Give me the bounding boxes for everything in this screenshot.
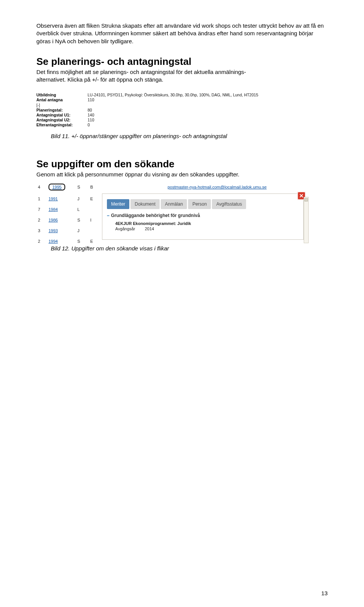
tab-meriter[interactable]: Meriter: [107, 199, 129, 209]
tabs: Meriter Dokument Anmälan Person Avgiftss…: [107, 199, 300, 209]
tab-anmalan[interactable]: Anmälan: [161, 199, 187, 209]
col-pnr[interactable]: 1986: [49, 218, 58, 222]
applicant-panel: ✕ Meriter Dokument Anmälan Person Avgift…: [102, 193, 304, 240]
panel-section-heading: –Grundläggande behörighet för grundnivå: [107, 213, 300, 218]
value-planeringstal: 80: [88, 108, 92, 113]
label-antag-u1: Antagningstal U1:: [36, 113, 88, 118]
screenshot-planering: Utbildning LU-24101, PSYD11, Psykologi: …: [36, 93, 328, 127]
label-utbildning: Utbildning: [36, 93, 88, 97]
table-row[interactable]: 71984L: [36, 204, 105, 215]
label-planeringstal: Planeringstal:: [36, 108, 88, 113]
col-pnr[interactable]: 1993: [49, 228, 58, 233]
label-antag-u2: Antagningstal U2:: [36, 118, 88, 123]
screenshot-sokande: 4 1995 S B postmaster-nya-hotmail.com@lo…: [36, 182, 309, 240]
value-efterantag: 0: [88, 123, 90, 127]
col-c1: S: [77, 185, 90, 189]
col-pnr[interactable]: 1994: [49, 239, 58, 244]
table-row[interactable]: 11991JE: [36, 193, 105, 204]
value-antag-u1: 140: [88, 113, 94, 118]
heading-planering: Se planerings- och antagningstal: [36, 56, 328, 68]
label-antal-antagna: Antal antagna: [36, 97, 88, 102]
sub-planering: Det finns möjlighet att se planerings- o…: [36, 68, 328, 84]
caption-lead-11: Bild 11.: [51, 133, 71, 139]
tab-dokument[interactable]: Dokument: [130, 199, 160, 209]
value-antag-u2: 110: [88, 118, 94, 123]
value-antal-antagna: 110: [88, 97, 94, 102]
table-row[interactable]: 21994SE: [36, 236, 105, 247]
col-pnr[interactable]: 1991: [49, 197, 58, 201]
table-rows-left: 11991JE 71984L 21986SI 31993J 21994SE: [36, 193, 105, 247]
label-efterantag: Efterantagningstal:: [36, 123, 88, 127]
heading-sokande: Se uppgifter om den sökande: [36, 158, 328, 170]
col-pnr[interactable]: 1995: [49, 184, 77, 190]
table-row[interactable]: 4 1995 S B postmaster-nya-hotmail.com@lo…: [36, 182, 309, 192]
intro-paragraph: Observera även att fliken Strukna skapat…: [36, 22, 328, 45]
program-block: 4EKJUR Ekonomiprogrammet: Juridik Avgång…: [115, 221, 300, 231]
label-avgangsar: Avgångsår: [115, 226, 143, 231]
program-name: 4EKJUR Ekonomiprogrammet: Juridik: [115, 221, 300, 226]
value-utbildning: LU-24101, PSYD11, Psykologi: Översiktsku…: [88, 93, 258, 97]
collapse-toggle[interactable]: [-]: [36, 103, 88, 108]
value-avgangsar: 2014: [145, 226, 154, 231]
sub-sokande: Genom att klick på personnummer öppnar d…: [36, 171, 328, 178]
table-row[interactable]: 31993J: [36, 225, 105, 236]
col-index: 4: [38, 185, 49, 189]
page-number: 13: [321, 590, 328, 596]
tab-avgiftsstatus[interactable]: Avgiftsstatus: [212, 199, 246, 209]
tab-person[interactable]: Person: [188, 199, 211, 209]
col-c2: B: [90, 185, 103, 189]
col-pnr[interactable]: 1984: [49, 207, 58, 212]
caption-text-11: +/- öppnar/stänger uppgifter om planerin…: [71, 133, 227, 139]
minus-icon[interactable]: –: [107, 213, 110, 218]
caption-bild-11: Bild 11. +/- öppnar/stänger uppgifter om…: [51, 133, 328, 139]
table-row[interactable]: 21986SI: [36, 215, 105, 225]
col-email[interactable]: postmaster-nya-hotmail.com@localmail.lad…: [168, 185, 267, 189]
scrollbar[interactable]: [304, 197, 309, 243]
scrollbar-thumb[interactable]: [304, 198, 308, 201]
